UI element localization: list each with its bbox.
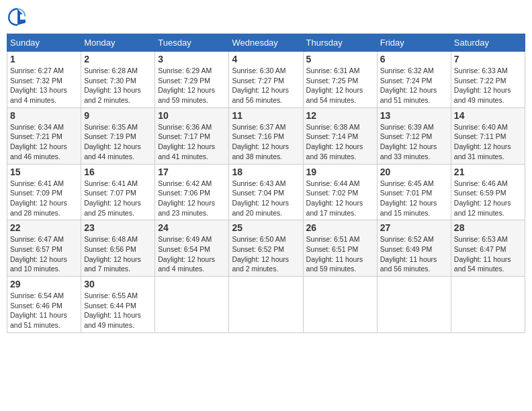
calendar-cell: 28Sunrise: 6:53 AMSunset: 6:47 PMDayligh…	[451, 220, 525, 277]
cell-info: Sunrise: 6:53 AMSunset: 6:47 PMDaylight:…	[454, 235, 511, 273]
calendar-cell: 16Sunrise: 6:41 AMSunset: 7:07 PMDayligh…	[81, 164, 155, 220]
calendar-cell: 29Sunrise: 6:54 AMSunset: 6:46 PMDayligh…	[7, 277, 81, 333]
cell-info: Sunrise: 6:48 AMSunset: 6:56 PMDaylight:…	[84, 235, 141, 273]
day-number: 27	[380, 222, 448, 233]
calendar-cell: 24Sunrise: 6:49 AMSunset: 6:54 PMDayligh…	[155, 220, 229, 277]
calendar-cell: 27Sunrise: 6:52 AMSunset: 6:49 PMDayligh…	[377, 220, 451, 277]
calendar-cell	[451, 277, 525, 333]
cell-info: Sunrise: 6:36 AMSunset: 7:17 PMDaylight:…	[158, 123, 215, 161]
calendar-week-1: 1Sunrise: 6:27 AMSunset: 7:32 PMDaylight…	[7, 52, 525, 108]
day-number: 11	[232, 110, 300, 121]
day-number: 5	[306, 54, 374, 64]
day-number: 8	[10, 110, 78, 121]
cell-info: Sunrise: 6:31 AMSunset: 7:25 PMDaylight:…	[306, 66, 363, 104]
day-number: 29	[10, 279, 78, 289]
day-number: 17	[158, 167, 226, 177]
calendar-cell: 20Sunrise: 6:45 AMSunset: 7:01 PMDayligh…	[377, 164, 451, 220]
day-number: 21	[454, 167, 522, 177]
cell-info: Sunrise: 6:27 AMSunset: 7:32 PMDaylight:…	[10, 66, 67, 104]
cell-info: Sunrise: 6:40 AMSunset: 7:11 PMDaylight:…	[454, 123, 511, 161]
day-number: 7	[454, 54, 522, 64]
day-header-saturday: Saturday	[451, 34, 525, 52]
cell-info: Sunrise: 6:41 AMSunset: 7:07 PMDaylight:…	[84, 179, 141, 217]
calendar-cell	[229, 277, 303, 333]
calendar-cell: 13Sunrise: 6:39 AMSunset: 7:12 PMDayligh…	[377, 107, 451, 164]
day-header-sunday: Sunday	[7, 34, 81, 52]
calendar-week-5: 29Sunrise: 6:54 AMSunset: 6:46 PMDayligh…	[7, 277, 525, 333]
day-header-thursday: Thursday	[303, 34, 377, 52]
cell-info: Sunrise: 6:35 AMSunset: 7:19 PMDaylight:…	[84, 123, 141, 161]
calendar-cell	[155, 277, 229, 333]
cell-info: Sunrise: 6:46 AMSunset: 6:59 PMDaylight:…	[454, 179, 511, 217]
cell-info: Sunrise: 6:39 AMSunset: 7:12 PMDaylight:…	[380, 123, 437, 161]
cell-info: Sunrise: 6:38 AMSunset: 7:14 PMDaylight:…	[306, 123, 363, 161]
day-number: 3	[158, 54, 226, 64]
cell-info: Sunrise: 6:44 AMSunset: 7:02 PMDaylight:…	[306, 179, 363, 217]
calendar-cell: 21Sunrise: 6:46 AMSunset: 6:59 PMDayligh…	[451, 164, 525, 220]
cell-info: Sunrise: 6:37 AMSunset: 7:16 PMDaylight:…	[232, 123, 289, 161]
day-number: 12	[306, 110, 374, 121]
calendar-week-3: 15Sunrise: 6:41 AMSunset: 7:09 PMDayligh…	[7, 164, 525, 220]
day-number: 4	[232, 54, 300, 64]
cell-info: Sunrise: 6:55 AMSunset: 6:44 PMDaylight:…	[84, 291, 141, 329]
cell-info: Sunrise: 6:42 AMSunset: 7:06 PMDaylight:…	[158, 179, 215, 217]
cell-info: Sunrise: 6:52 AMSunset: 6:49 PMDaylight:…	[380, 235, 437, 273]
calendar-cell: 3Sunrise: 6:29 AMSunset: 7:29 PMDaylight…	[155, 52, 229, 108]
calendar-week-4: 22Sunrise: 6:47 AMSunset: 6:57 PMDayligh…	[7, 220, 525, 277]
day-number: 14	[454, 110, 522, 121]
calendar-cell: 10Sunrise: 6:36 AMSunset: 7:17 PMDayligh…	[155, 107, 229, 164]
calendar-cell: 9Sunrise: 6:35 AMSunset: 7:19 PMDaylight…	[81, 107, 155, 164]
calendar-cell: 18Sunrise: 6:43 AMSunset: 7:04 PMDayligh…	[229, 164, 303, 220]
cell-info: Sunrise: 6:54 AMSunset: 6:46 PMDaylight:…	[10, 291, 67, 329]
day-number: 18	[232, 167, 300, 177]
cell-info: Sunrise: 6:49 AMSunset: 6:54 PMDaylight:…	[158, 235, 215, 273]
day-number: 30	[84, 279, 152, 289]
day-header-tuesday: Tuesday	[155, 34, 229, 52]
day-number: 13	[380, 110, 448, 121]
calendar-cell: 19Sunrise: 6:44 AMSunset: 7:02 PMDayligh…	[303, 164, 377, 220]
cell-info: Sunrise: 6:28 AMSunset: 7:30 PMDaylight:…	[84, 66, 141, 104]
day-number: 16	[84, 167, 152, 177]
day-number: 22	[10, 222, 78, 233]
calendar-cell: 5Sunrise: 6:31 AMSunset: 7:25 PMDaylight…	[303, 52, 377, 108]
day-number: 28	[454, 222, 522, 233]
cell-info: Sunrise: 6:29 AMSunset: 7:29 PMDaylight:…	[158, 66, 215, 104]
day-number: 25	[232, 222, 300, 233]
day-number: 19	[306, 167, 374, 177]
calendar-cell: 4Sunrise: 6:30 AMSunset: 7:27 PMDaylight…	[229, 52, 303, 108]
calendar-cell	[303, 277, 377, 333]
calendar-cell: 14Sunrise: 6:40 AMSunset: 7:11 PMDayligh…	[451, 107, 525, 164]
cell-info: Sunrise: 6:32 AMSunset: 7:24 PMDaylight:…	[380, 66, 437, 104]
calendar-cell: 26Sunrise: 6:51 AMSunset: 6:51 PMDayligh…	[303, 220, 377, 277]
calendar-cell: 30Sunrise: 6:55 AMSunset: 6:44 PMDayligh…	[81, 277, 155, 333]
day-number: 24	[158, 222, 226, 233]
calendar-table: SundayMondayTuesdayWednesdayThursdayFrid…	[7, 34, 525, 333]
cell-info: Sunrise: 6:43 AMSunset: 7:04 PMDaylight:…	[232, 179, 289, 217]
day-header-wednesday: Wednesday	[229, 34, 303, 52]
calendar-cell: 23Sunrise: 6:48 AMSunset: 6:56 PMDayligh…	[81, 220, 155, 277]
page-header	[7, 7, 525, 28]
calendar-cell: 11Sunrise: 6:37 AMSunset: 7:16 PMDayligh…	[229, 107, 303, 164]
cell-info: Sunrise: 6:45 AMSunset: 7:01 PMDaylight:…	[380, 179, 437, 217]
calendar-cell: 1Sunrise: 6:27 AMSunset: 7:32 PMDaylight…	[7, 52, 81, 108]
cell-info: Sunrise: 6:30 AMSunset: 7:27 PMDaylight:…	[232, 66, 289, 104]
calendar-cell	[377, 277, 451, 333]
cell-info: Sunrise: 6:50 AMSunset: 6:52 PMDaylight:…	[232, 235, 289, 273]
day-number: 1	[10, 54, 78, 64]
calendar-cell: 15Sunrise: 6:41 AMSunset: 7:09 PMDayligh…	[7, 164, 81, 220]
day-number: 20	[380, 167, 448, 177]
day-number: 6	[380, 54, 448, 64]
day-header-friday: Friday	[377, 34, 451, 52]
day-number: 26	[306, 222, 374, 233]
calendar-cell: 17Sunrise: 6:42 AMSunset: 7:06 PMDayligh…	[155, 164, 229, 220]
cell-info: Sunrise: 6:47 AMSunset: 6:57 PMDaylight:…	[10, 235, 67, 273]
calendar-cell: 7Sunrise: 6:33 AMSunset: 7:22 PMDaylight…	[451, 52, 525, 108]
day-number: 23	[84, 222, 152, 233]
calendar-cell: 6Sunrise: 6:32 AMSunset: 7:24 PMDaylight…	[377, 52, 451, 108]
day-number: 2	[84, 54, 152, 64]
calendar-week-2: 8Sunrise: 6:34 AMSunset: 7:21 PMDaylight…	[7, 107, 525, 164]
cell-info: Sunrise: 6:51 AMSunset: 6:51 PMDaylight:…	[306, 235, 363, 273]
cell-info: Sunrise: 6:41 AMSunset: 7:09 PMDaylight:…	[10, 179, 67, 217]
day-number: 10	[158, 110, 226, 121]
calendar-cell: 22Sunrise: 6:47 AMSunset: 6:57 PMDayligh…	[7, 220, 81, 277]
